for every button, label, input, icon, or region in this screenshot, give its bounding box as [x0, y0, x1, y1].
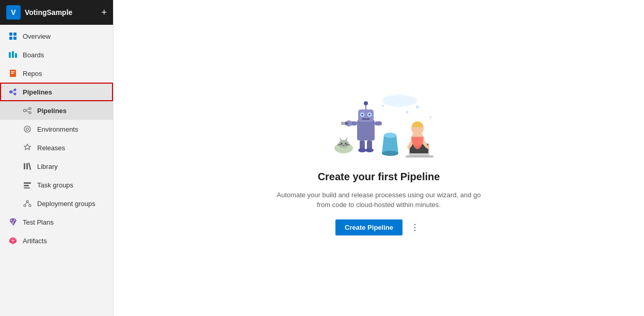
sidebar-header: V VotingSample +: [0, 0, 113, 25]
library-icon: [23, 162, 32, 171]
pipelines-sub-label: Pipelines: [37, 107, 67, 115]
sidebar-item-library[interactable]: Library: [0, 157, 113, 176]
svg-marker-34: [340, 137, 343, 141]
create-pipeline-button[interactable]: Create Pipeline: [335, 219, 403, 235]
svg-point-47: [368, 114, 371, 116]
svg-rect-21: [24, 182, 31, 184]
pipelines-icon: [8, 87, 18, 97]
svg-point-66: [406, 110, 409, 113]
artifacts-icon: [8, 236, 18, 245]
svg-line-11: [12, 92, 14, 93]
releases-icon: [23, 143, 32, 152]
svg-line-15: [26, 109, 29, 110]
svg-point-57: [358, 148, 366, 152]
boards-label: Boards: [23, 51, 44, 59]
svg-rect-42: [357, 120, 375, 140]
empty-state-actions: Create Pipeline ⋮: [335, 219, 422, 235]
svg-point-33: [339, 140, 349, 148]
test-plans-icon: [8, 217, 18, 227]
sidebar-item-overview[interactable]: Overview: [0, 27, 113, 45]
sidebar-item-test-plans[interactable]: Test Plans: [0, 213, 113, 231]
svg-point-59: [384, 133, 396, 138]
sidebar-item-deployment-groups[interactable]: Deployment groups: [0, 194, 113, 213]
sidebar-nav: Overview Boards Repos: [0, 25, 113, 316]
deployment-groups-icon: [23, 199, 32, 208]
svg-point-60: [382, 151, 398, 156]
pipelines-sub-icon: [23, 106, 32, 115]
overview-icon: [8, 31, 18, 41]
svg-rect-23: [24, 187, 30, 188]
svg-point-7: [9, 90, 12, 93]
svg-rect-1: [13, 33, 17, 36]
sidebar-item-environments[interactable]: Environments: [0, 120, 113, 138]
svg-point-45: [361, 114, 363, 116]
svg-point-8: [14, 89, 17, 91]
pipelines-label: Pipelines: [23, 88, 52, 96]
svg-rect-63: [406, 155, 433, 157]
project-name: VotingSample: [25, 8, 97, 17]
svg-marker-35: [345, 137, 348, 141]
svg-point-24: [26, 200, 28, 202]
repos-icon: [8, 69, 18, 78]
main-content: Create your first Pipeline Automate your…: [114, 0, 644, 316]
project-avatar: V: [6, 5, 21, 20]
svg-rect-0: [9, 33, 12, 36]
boards-icon: [8, 50, 18, 59]
svg-line-16: [26, 111, 29, 112]
empty-state: Create your first Pipeline Automate your…: [276, 81, 482, 235]
environments-icon: [23, 124, 32, 134]
library-label: Library: [37, 163, 58, 170]
svg-point-18: [26, 128, 29, 131]
environments-label: Environments: [37, 125, 78, 133]
svg-point-31: [397, 96, 417, 105]
svg-point-58: [365, 148, 374, 152]
sidebar: V VotingSample + Overview: [0, 0, 114, 316]
add-project-button[interactable]: +: [101, 8, 107, 17]
svg-rect-20: [26, 163, 28, 169]
pipeline-illustration: [317, 81, 441, 164]
releases-label: Releases: [37, 144, 65, 152]
sidebar-item-pipelines[interactable]: Pipelines: [0, 83, 113, 101]
svg-rect-50: [362, 118, 370, 120]
svg-rect-5: [12, 51, 14, 58]
sidebar-item-pipelines-sub[interactable]: Pipelines: [0, 101, 113, 120]
deployment-groups-label: Deployment groups: [37, 200, 95, 208]
repos-label: Repos: [23, 70, 42, 77]
svg-point-37: [345, 143, 347, 144]
svg-point-25: [24, 204, 26, 207]
svg-point-13: [29, 107, 31, 109]
svg-point-68: [429, 116, 431, 118]
svg-point-12: [24, 109, 26, 112]
svg-line-27: [25, 202, 27, 204]
svg-line-10: [12, 90, 14, 91]
svg-line-28: [27, 202, 30, 204]
sidebar-item-releases[interactable]: Releases: [0, 138, 113, 157]
svg-point-17: [24, 126, 30, 132]
sidebar-item-boards[interactable]: Boards: [0, 45, 113, 64]
more-options-button[interactable]: ⋮: [408, 220, 422, 234]
overview-label: Overview: [23, 33, 51, 40]
svg-point-49: [364, 101, 368, 105]
svg-point-14: [29, 112, 31, 114]
svg-rect-19: [24, 163, 25, 169]
sidebar-item-artifacts[interactable]: Artifacts: [0, 231, 113, 250]
svg-rect-3: [13, 37, 17, 40]
svg-rect-2: [9, 37, 12, 40]
svg-rect-4: [9, 52, 11, 58]
svg-point-69: [382, 105, 384, 107]
svg-rect-53: [341, 122, 345, 125]
svg-rect-54: [375, 121, 382, 125]
empty-state-description: Automate your build and release processe…: [276, 190, 482, 210]
task-groups-icon: [23, 180, 32, 189]
svg-point-9: [14, 93, 17, 96]
artifacts-label: Artifacts: [23, 237, 47, 245]
sidebar-item-repos[interactable]: Repos: [0, 64, 113, 83]
svg-rect-6: [15, 53, 17, 58]
sidebar-item-task-groups[interactable]: Task groups: [0, 176, 113, 194]
svg-rect-22: [24, 185, 29, 186]
svg-point-67: [416, 105, 419, 108]
task-groups-label: Task groups: [37, 181, 73, 189]
svg-point-36: [341, 143, 343, 144]
test-plans-label: Test Plans: [23, 218, 54, 226]
empty-state-title: Create your first Pipeline: [318, 171, 440, 183]
